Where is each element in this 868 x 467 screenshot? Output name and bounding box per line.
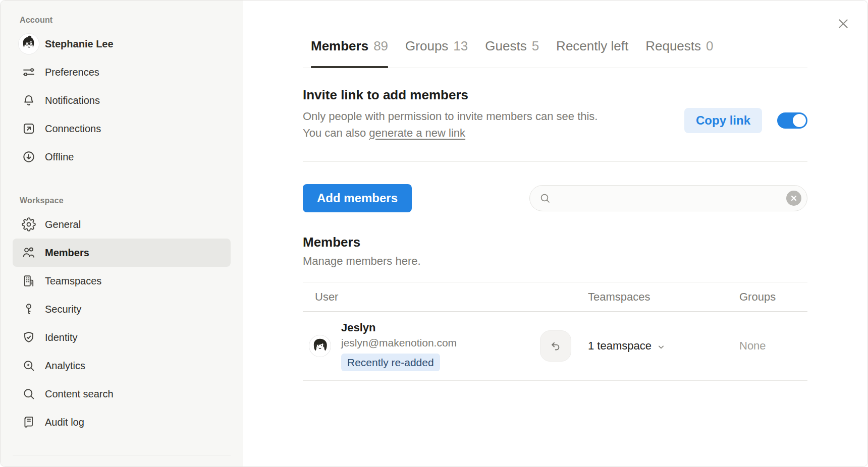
undo-cell bbox=[540, 330, 588, 362]
section-divider bbox=[303, 161, 807, 162]
sidebar-item-members[interactable]: Members bbox=[13, 239, 231, 267]
tab-guests[interactable]: Guests5 bbox=[485, 37, 539, 68]
account-section: Account bbox=[1, 15, 243, 171]
user-info: Jeslyn jeslyn@makenotion.com Recently re… bbox=[341, 321, 457, 371]
add-members-button[interactable]: Add members bbox=[303, 184, 412, 212]
status-badge: Recently re-added bbox=[341, 354, 440, 371]
arrow-down-circle-icon bbox=[18, 146, 40, 168]
building-icon bbox=[18, 270, 40, 292]
tab-count: 13 bbox=[453, 38, 468, 53]
sidebar-item-identity[interactable]: Identity bbox=[13, 323, 231, 352]
invite-link-description: Only people with permission to invite me… bbox=[303, 108, 606, 141]
toggle-knob bbox=[793, 114, 806, 127]
undo-icon bbox=[549, 339, 562, 353]
sidebar-item-label: Notifications bbox=[45, 95, 100, 106]
key-icon bbox=[18, 298, 40, 320]
workspace-section-title: Workspace bbox=[1, 195, 243, 210]
sidebar-item-analytics[interactable]: Analytics bbox=[13, 352, 231, 380]
column-header-user: User bbox=[303, 290, 540, 304]
teamspaces-value: 1 teamspace bbox=[588, 339, 652, 353]
column-header-groups: Groups bbox=[739, 290, 807, 304]
user-avatar bbox=[18, 33, 40, 55]
sidebar-item-label: Stephanie Lee bbox=[45, 38, 114, 50]
search-clear-button[interactable] bbox=[786, 191, 801, 206]
members-actions-row: Add members bbox=[303, 184, 807, 212]
search-icon bbox=[539, 192, 551, 204]
avatar bbox=[309, 335, 331, 357]
sidebar-item-content-search[interactable]: Content search bbox=[13, 380, 231, 408]
tab-groups[interactable]: Groups13 bbox=[405, 37, 468, 68]
magnifier-icon bbox=[18, 383, 40, 405]
clear-x-icon bbox=[790, 194, 798, 202]
chevron-down-icon bbox=[656, 342, 666, 352]
sidebar-item-general[interactable]: General bbox=[13, 210, 231, 239]
members-section-subtitle: Manage members here. bbox=[303, 255, 807, 268]
members-table: User Teamspaces Groups bbox=[303, 282, 807, 381]
bell-icon bbox=[18, 89, 40, 111]
members-settings-panel: Members89 Groups13 Guests5 Recently left… bbox=[243, 1, 867, 466]
arrow-up-right-square-icon bbox=[18, 118, 40, 140]
sidebar-item-teamspaces[interactable]: Teamspaces bbox=[13, 267, 231, 295]
settings-modal: Account bbox=[0, 0, 868, 467]
sidebar-item-label: General bbox=[45, 219, 81, 230]
tab-count: 0 bbox=[706, 38, 713, 53]
tab-count: 89 bbox=[373, 38, 388, 53]
tab-requests[interactable]: Requests0 bbox=[645, 37, 713, 68]
sidebar-item-account-profile[interactable]: Stephanie Lee bbox=[13, 30, 231, 58]
settings-sidebar: Account bbox=[1, 1, 243, 466]
teamspaces-dropdown[interactable]: 1 teamspace bbox=[588, 339, 739, 353]
workspace-section: Workspace General bbox=[1, 195, 243, 436]
groups-value: None bbox=[739, 339, 807, 353]
account-section-title: Account bbox=[1, 15, 243, 30]
tab-recently-left[interactable]: Recently left bbox=[556, 37, 628, 68]
people-icon bbox=[18, 242, 40, 264]
sidebar-item-label: Content search bbox=[45, 388, 114, 400]
sidebar-item-label: Preferences bbox=[45, 67, 99, 78]
sidebar-item-label: Analytics bbox=[45, 360, 85, 372]
sidebar-item-label: Members bbox=[45, 247, 89, 259]
sidebar-item-label: Identity bbox=[45, 332, 77, 343]
invite-link-controls: Copy link bbox=[684, 99, 807, 141]
tab-members[interactable]: Members89 bbox=[311, 37, 388, 68]
invite-link-toggle[interactable] bbox=[777, 112, 807, 129]
sidebar-bottom-divider bbox=[13, 455, 231, 455]
user-cell: Jeslyn jeslyn@makenotion.com Recently re… bbox=[303, 321, 540, 371]
sidebar-item-label: Teamspaces bbox=[45, 275, 101, 287]
close-button[interactable] bbox=[834, 15, 852, 33]
members-tab-bar: Members89 Groups13 Guests5 Recently left… bbox=[303, 37, 807, 68]
sidebar-item-label: Security bbox=[45, 304, 81, 315]
sidebar-item-security[interactable]: Security bbox=[13, 295, 231, 323]
user-email: jeslyn@makenotion.com bbox=[341, 336, 457, 349]
table-row: Jeslyn jeslyn@makenotion.com Recently re… bbox=[303, 312, 807, 381]
copy-link-button[interactable]: Copy link bbox=[684, 108, 762, 133]
search-input[interactable] bbox=[556, 192, 781, 205]
member-search bbox=[529, 185, 807, 211]
column-header-teamspaces: Teamspaces bbox=[588, 290, 739, 304]
table-header-row: User Teamspaces Groups bbox=[303, 282, 807, 312]
scroll-icon bbox=[18, 411, 40, 433]
tab-count: 5 bbox=[532, 38, 539, 53]
sidebar-item-connections[interactable]: Connections bbox=[13, 114, 231, 143]
sliders-icon bbox=[18, 61, 40, 83]
magnifier-sparkle-icon bbox=[18, 355, 40, 377]
invite-link-section: Invite link to add members Only people w… bbox=[303, 87, 807, 141]
sidebar-item-label: Offline bbox=[45, 151, 74, 163]
invite-link-title: Invite link to add members bbox=[303, 87, 606, 103]
members-section-title: Members bbox=[303, 235, 807, 250]
sidebar-item-label: Audit log bbox=[45, 417, 84, 428]
sidebar-item-audit-log[interactable]: Audit log bbox=[13, 408, 231, 436]
user-name: Jeslyn bbox=[341, 321, 457, 335]
sidebar-item-preferences[interactable]: Preferences bbox=[13, 58, 231, 86]
close-icon bbox=[836, 17, 850, 31]
invite-link-text-block: Invite link to add members Only people w… bbox=[303, 87, 606, 141]
sidebar-item-notifications[interactable]: Notifications bbox=[13, 86, 231, 114]
sidebar-item-offline[interactable]: Offline bbox=[13, 143, 231, 171]
sidebar-item-label: Connections bbox=[45, 123, 101, 135]
generate-new-link[interactable]: generate a new link bbox=[369, 127, 465, 139]
undo-button[interactable] bbox=[540, 330, 571, 362]
shield-check-icon bbox=[18, 326, 40, 348]
gear-icon bbox=[18, 213, 40, 236]
